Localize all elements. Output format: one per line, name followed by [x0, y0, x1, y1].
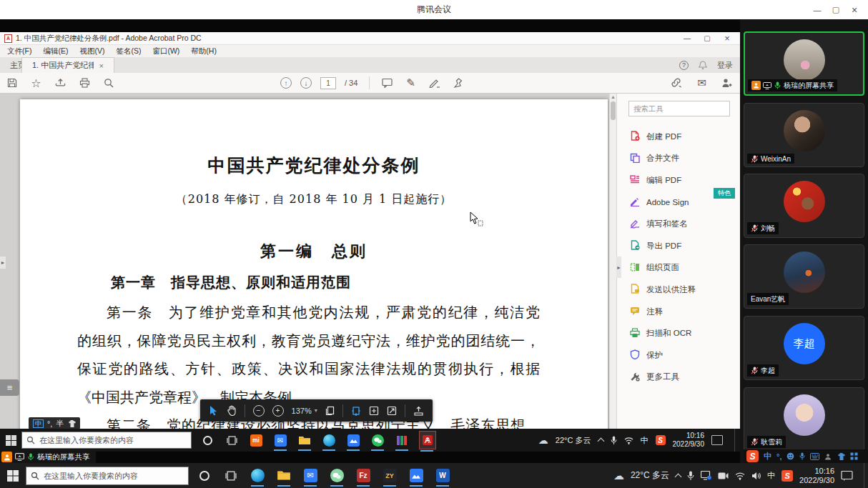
tool-protect[interactable]: 保护 — [617, 344, 740, 367]
shared-taskbar-search-input[interactable] — [21, 432, 192, 449]
zoom-out-icon[interactable]: − — [253, 404, 265, 417]
filezilla-app-icon[interactable]: Fz — [356, 468, 370, 484]
menu-sign[interactable]: 签名(S) — [116, 46, 141, 56]
tray-mic-icon[interactable] — [611, 436, 617, 445]
tab-close-icon[interactable]: × — [99, 61, 104, 70]
edge-browser-icon[interactable] — [322, 432, 336, 448]
nav-panel-toggle-icon[interactable]: ► — [0, 257, 6, 269]
participant-tile[interactable]: 刘畅 — [744, 174, 864, 238]
taskbar-search-input[interactable] — [26, 467, 189, 485]
add-person-icon[interactable] — [721, 77, 733, 89]
tool-create-pdf[interactable]: 创建 PDF — [617, 126, 740, 148]
hand-tool-icon[interactable] — [227, 404, 237, 417]
cortana-icon[interactable] — [197, 468, 212, 484]
weather-icon[interactable]: ☁ — [538, 434, 548, 446]
fullscreen-icon[interactable] — [387, 404, 397, 417]
xiaomi-app-icon[interactable]: mi — [249, 432, 263, 448]
menu-view[interactable]: 视图(V) — [79, 46, 104, 56]
participant-tile[interactable]: 李超 李超 — [744, 316, 864, 380]
file-explorer-icon[interactable] — [277, 468, 291, 484]
vertical-scrollbar[interactable]: ▲ — [609, 94, 616, 429]
stamp-icon[interactable] — [452, 77, 464, 89]
wechat-app-icon[interactable] — [330, 468, 344, 484]
menu-file[interactable]: 文件(F) — [7, 46, 31, 56]
meeting-close-icon[interactable]: × — [845, 0, 864, 19]
word-app-icon[interactable]: W — [435, 468, 450, 484]
tray-lang-indicator[interactable]: 中 — [767, 470, 775, 481]
dock-toolbar-icon[interactable] — [413, 404, 424, 417]
ime-mode-indicator[interactable]: 中 — [33, 419, 44, 428]
star-icon[interactable]: ☆ — [30, 77, 42, 89]
annotation-sidebar-tab[interactable]: ≡ — [0, 379, 19, 396]
start-button[interactable] — [0, 463, 26, 488]
sogou-logo-icon[interactable]: S — [746, 450, 759, 462]
login-button[interactable]: 登录 — [717, 60, 733, 71]
meeting-maximize-icon[interactable]: ▢ — [827, 0, 845, 19]
tools-search-input[interactable] — [628, 101, 730, 116]
sogou-voice-icon[interactable] — [799, 452, 805, 460]
participant-tile[interactable]: 耿雪莉 — [744, 387, 864, 452]
bell-icon[interactable] — [699, 61, 707, 70]
mail-icon[interactable]: ✉ — [696, 77, 708, 89]
share-link-icon[interactable] — [671, 77, 683, 89]
zoom-level-dropdown[interactable]: 137% ▾ — [292, 407, 317, 415]
sogou-account-icon[interactable] — [824, 453, 832, 460]
sogou-tray-icon[interactable]: S — [656, 435, 666, 445]
tool-export-pdf[interactable]: 导出 PDF — [617, 235, 740, 257]
acrobat-maximize-icon[interactable]: ▢ — [697, 32, 717, 44]
meeting-minimize-icon[interactable]: — — [808, 0, 827, 19]
help-icon[interactable]: ? — [679, 61, 689, 70]
weather-text[interactable]: 22°C 多云 — [631, 469, 669, 482]
notification-center-icon[interactable] — [841, 470, 853, 481]
task-view-icon[interactable] — [224, 468, 238, 484]
tray-mic-icon[interactable] — [687, 471, 694, 481]
zoom-in-icon[interactable]: + — [272, 404, 284, 417]
scrollbar-thumb[interactable] — [611, 101, 616, 120]
ime-width-indicator[interactable]: 半 — [56, 419, 64, 429]
print-icon[interactable] — [79, 77, 91, 89]
tray-screenshare-icon[interactable] — [701, 471, 711, 480]
scroll-up-icon[interactable]: ▲ — [610, 94, 616, 101]
next-page-icon[interactable]: ↓ — [300, 77, 312, 89]
tray-network-icon[interactable] — [735, 472, 745, 480]
participant-tile-sharing[interactable]: 杨瑞的屏幕共享 — [744, 31, 864, 96]
shared-start-button[interactable] — [0, 429, 21, 452]
sogou-keyboard-icon[interactable] — [810, 453, 819, 460]
menu-window[interactable]: 窗口(W) — [152, 46, 179, 56]
acrobat-close-icon[interactable]: × — [717, 32, 737, 44]
participant-tile[interactable]: WeixinAn — [744, 103, 864, 167]
show-desktop-button[interactable] — [734, 429, 737, 452]
cloud-docs-app-icon[interactable] — [346, 432, 360, 448]
save-icon[interactable] — [6, 77, 18, 89]
ime-punct-indicator[interactable]: °, — [47, 419, 52, 428]
notification-center-icon[interactable] — [711, 435, 723, 445]
fit-page-icon[interactable] — [369, 404, 379, 417]
menu-help[interactable]: 帮助(H) — [191, 46, 217, 56]
tray-lang-indicator[interactable]: 中 — [641, 435, 648, 446]
sogou-tray-icon[interactable]: S — [781, 470, 793, 482]
sign-pen-icon[interactable] — [428, 77, 440, 89]
panel-collapse-icon[interactable]: ► — [616, 257, 621, 278]
tool-more-tools[interactable]: 更多工具 — [617, 367, 740, 389]
mail-app-icon[interactable]: ✉ — [303, 468, 317, 484]
tray-expand-icon[interactable] — [597, 438, 604, 445]
wechat-app-icon[interactable] — [370, 432, 385, 448]
sogou-emoji-icon[interactable] — [786, 452, 794, 460]
tool-comment[interactable]: 注释 — [617, 301, 740, 323]
tool-scan-ocr[interactable]: 扫描和 OCR — [617, 322, 740, 344]
acrobat-minimize-icon[interactable]: — — [677, 32, 697, 44]
edge-browser-icon[interactable] — [250, 468, 265, 484]
comment-icon[interactable] — [381, 77, 393, 89]
show-desktop-button[interactable] — [864, 463, 867, 488]
select-tool-icon[interactable] — [209, 404, 219, 417]
tray-clock[interactable]: 10:16 2022/9/30 — [673, 432, 705, 449]
page-view-icon[interactable] — [325, 404, 335, 417]
participant-tile[interactable]: Eavan艺帆 — [744, 244, 864, 309]
tab-document[interactable]: 1. 中国共产党纪律... × — [21, 57, 114, 73]
tray-clock[interactable]: 10:16 2022/9/30 — [799, 467, 834, 485]
tool-fill-sign[interactable]: 填写和签名 — [617, 213, 740, 235]
document-area[interactable]: 中国共产党纪律处分条例 （2018 年修订，自 2018 年 10 月 1 日起… — [0, 94, 609, 429]
file-explorer-icon[interactable] — [297, 432, 312, 448]
cortana-icon[interactable] — [200, 432, 214, 448]
page-number-input[interactable]: 1 — [320, 77, 336, 89]
